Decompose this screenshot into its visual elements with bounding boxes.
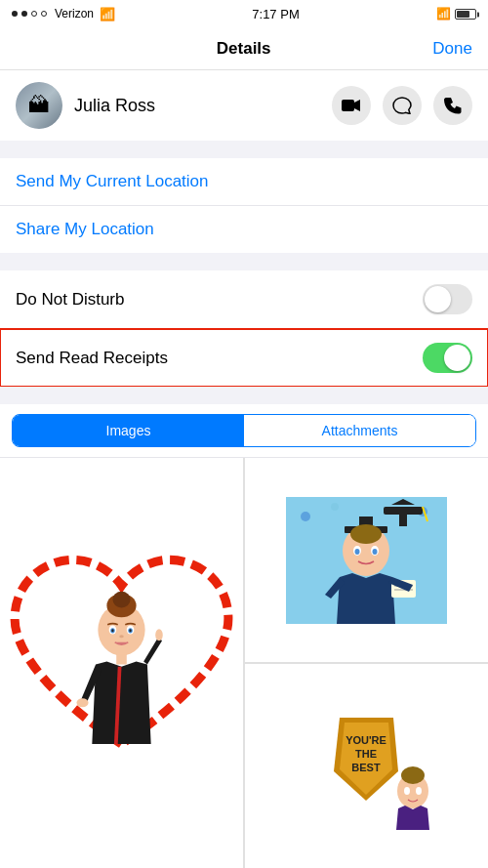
- send-read-receipts-label: Send Read Receipts: [16, 349, 168, 368]
- carrier-name: Verizon: [55, 7, 94, 21]
- wifi-icon: 📶: [100, 7, 115, 21]
- message-button[interactable]: [383, 86, 422, 125]
- status-time: 7:17 PM: [252, 7, 299, 21]
- phone-icon: [444, 97, 462, 114]
- svg-point-37: [401, 766, 425, 784]
- send-read-receipts-toggle[interactable]: [423, 343, 472, 373]
- tabs-container: Images Attachments: [0, 404, 488, 458]
- svg-marker-1: [354, 100, 360, 111]
- svg-point-38: [404, 787, 410, 795]
- phone-button[interactable]: [433, 86, 472, 125]
- svg-rect-13: [116, 654, 127, 665]
- battery-icon: [455, 7, 476, 21]
- graduation-image: [286, 497, 447, 624]
- svg-point-26: [350, 524, 382, 544]
- svg-point-14: [155, 629, 163, 641]
- youre-the-best-image: YOU'RE THE BEST: [286, 703, 447, 830]
- image-left[interactable]: [0, 458, 243, 868]
- image-right-top[interactable]: [245, 458, 488, 662]
- svg-rect-0: [342, 100, 354, 111]
- nav-title: Details: [217, 39, 271, 59]
- done-button[interactable]: Done: [432, 39, 472, 59]
- signal-dot-2: [21, 11, 27, 17]
- nav-bar: Details Done: [0, 27, 488, 70]
- gap-3: [0, 387, 488, 404]
- do-not-disturb-label: Do Not Disturb: [16, 290, 124, 310]
- video-icon: [342, 99, 361, 112]
- content-area: Julia Ross Send My Current Locat: [0, 70, 488, 868]
- bluetooth-icon: 📶: [436, 7, 451, 21]
- do-not-disturb-toggle[interactable]: [423, 284, 472, 314]
- settings-section: Do Not Disturb Send Read Receipts: [0, 270, 488, 387]
- svg-point-10: [111, 629, 113, 632]
- svg-point-15: [76, 698, 88, 707]
- svg-rect-21: [399, 515, 407, 526]
- svg-point-17: [301, 512, 310, 521]
- signal-dot-1: [12, 11, 18, 17]
- svg-text:THE: THE: [355, 748, 377, 760]
- svg-point-30: [373, 549, 378, 555]
- send-current-location-button[interactable]: Send My Current Location: [0, 158, 488, 206]
- image-right-bottom[interactable]: YOU'RE THE BEST: [245, 664, 488, 868]
- svg-point-19: [331, 503, 339, 511]
- svg-point-12: [119, 635, 124, 638]
- svg-point-11: [129, 629, 131, 632]
- svg-point-29: [355, 549, 360, 555]
- video-call-button[interactable]: [332, 86, 371, 125]
- svg-rect-20: [384, 507, 423, 515]
- contact-actions: [332, 86, 472, 125]
- status-left: Verizon 📶: [12, 7, 115, 21]
- share-location-button[interactable]: Share My Location: [0, 206, 488, 253]
- do-not-disturb-row: Do Not Disturb: [0, 270, 488, 329]
- contact-name: Julia Ross: [74, 96, 320, 116]
- contact-row: Julia Ross: [0, 70, 488, 141]
- svg-point-39: [416, 787, 422, 795]
- svg-point-5: [112, 592, 130, 608]
- message-icon: [392, 97, 412, 114]
- status-bar: Verizon 📶 7:17 PM 📶: [0, 0, 488, 27]
- tabs-row: Images Attachments: [12, 414, 476, 447]
- gap-1: [0, 141, 488, 158]
- image-grid: YOU'RE THE BEST: [0, 458, 488, 868]
- svg-text:YOU'RE: YOU'RE: [346, 734, 386, 746]
- signal-dot-4: [41, 11, 47, 17]
- location-section: Send My Current Location Share My Locati…: [0, 158, 488, 253]
- gap-2: [0, 253, 488, 270]
- avatar: [16, 82, 62, 129]
- signal-dot-3: [31, 11, 37, 17]
- tab-attachments[interactable]: Attachments: [244, 415, 475, 446]
- tab-images[interactable]: Images: [13, 415, 244, 446]
- svg-text:BEST: BEST: [351, 762, 381, 773]
- avatar-image: [16, 82, 62, 129]
- bitmoji-heart-image: [0, 507, 243, 819]
- status-right: 📶: [436, 7, 476, 21]
- send-read-receipts-row: Send Read Receipts: [0, 329, 488, 387]
